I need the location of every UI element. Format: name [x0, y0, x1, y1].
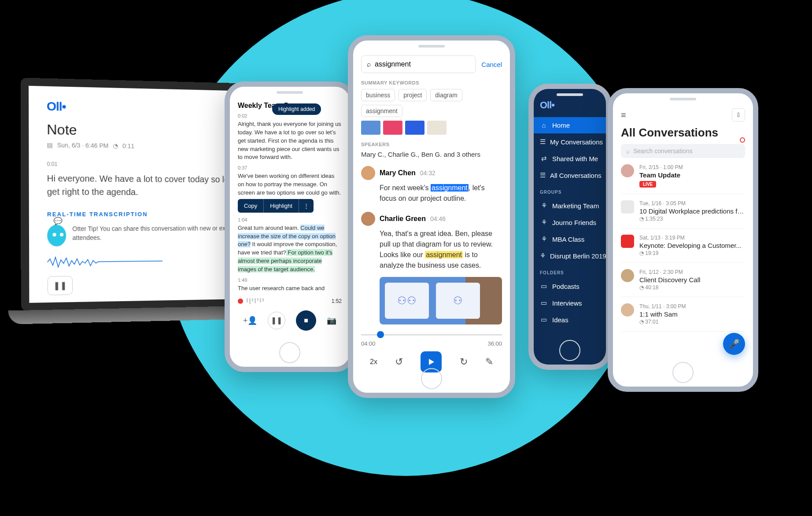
conversation-meta: Tue, 1/16 · 3:05 PM [639, 200, 745, 206]
waveform [47, 253, 245, 270]
phone-transcript: Weekly Team Sync Highlight added 0:02Alr… [225, 81, 355, 372]
conversation-item[interactable]: Fri, 2/15 · 1:00 PMTeam UpdateLIVE [621, 158, 745, 194]
rewind-icon[interactable]: ↺ [395, 356, 403, 368]
conversation-title: Team Update [639, 171, 745, 179]
volume-bars [247, 298, 264, 304]
message-time: 04:32 [420, 170, 436, 177]
conversation-item[interactable]: Thu, 1/11 · 3:00 PM1:1 with Sam◔ 37:01 [621, 297, 745, 332]
speed-button[interactable]: 2x [370, 358, 377, 366]
nav-icon: ☰ [540, 138, 546, 146]
menu-icon[interactable]: ≡ [621, 110, 626, 120]
attached-image[interactable]: ⚇⚇ ⚇ [380, 277, 502, 324]
speakers-list: Mary C., Charlie G., Ben G. and 3 others [361, 151, 502, 158]
message[interactable]: Mary Chen04:32For next week's assignment… [361, 166, 502, 204]
conversation-meta: Fri, 1/12 · 2:30 PM [639, 269, 745, 275]
highlight-tool-icon[interactable]: ✎ [485, 356, 493, 368]
transcript-segment[interactable]: The user research came back and [238, 284, 342, 293]
transcript-segment[interactable]: We've been working on different ideas on… [238, 172, 342, 197]
nav-icon: ▭ [540, 282, 548, 290]
time-end: 36:00 [487, 340, 502, 347]
cancel-button[interactable]: Cancel [481, 61, 502, 68]
note-duration: 0:11 [122, 142, 134, 149]
calendar-icon: ▤ [47, 141, 52, 148]
pause-button[interactable]: ❚❚ [268, 312, 285, 329]
transcript-segment[interactable]: Great turn around team. Could we increas… [238, 224, 342, 274]
avatar [621, 269, 634, 282]
highlight-added-pill: Highlight added [272, 103, 321, 115]
sidebar-item[interactable]: ⌂Home [534, 117, 606, 133]
keyword-chip[interactable]: business [361, 89, 395, 101]
conversation-item[interactable]: Sat, 1/13 · 3:19 PMKeynote: Developing a… [621, 229, 745, 263]
note-body: Hi everyone. We have a lot to cover toda… [47, 172, 244, 199]
conversation-title: Keynote: Developing a Customer... [639, 242, 745, 249]
camera-icon[interactable]: 📷 [327, 316, 336, 325]
conversation-title: Client Discovery Call [639, 276, 745, 284]
page-title: All Conversations [621, 126, 745, 140]
play-button[interactable] [421, 351, 442, 372]
group-item[interactable]: ⚘Journo Friends [534, 214, 606, 231]
group-item[interactable]: ⚘Disrupt Berlin 2019 [534, 247, 606, 264]
conversation-meta: Sat, 1/13 · 3:19 PM [639, 235, 745, 241]
nav-label: Shared with Me [552, 155, 598, 162]
tip-text: Otter Tip! You can share this conversati… [72, 224, 244, 242]
app-logo: Oll• [540, 100, 606, 111]
copy-button[interactable]: Copy [238, 199, 264, 213]
folder-item[interactable]: ▭Interviews [534, 295, 606, 311]
add-person-icon[interactable]: +👤 [243, 316, 258, 325]
search-input[interactable] [375, 60, 470, 68]
nav-icon: ⚘ [540, 202, 548, 210]
sidebar-item[interactable]: ☰My Conversations [534, 133, 606, 150]
message-body: For next week's assignment, let's focus … [380, 183, 502, 204]
phone-sidebar: Oll• ⌂Home☰My Conversations⇄Shared with … [528, 84, 611, 370]
message-body: Yea, that's a great idea. Ben, please pu… [380, 229, 502, 271]
import-icon[interactable]: ⇩ [732, 108, 745, 122]
sidebar-item[interactable]: ⇄Shared with Me [534, 150, 606, 167]
control-row: +👤 ❚❚ ■ 📷 [238, 310, 342, 331]
thumbnail[interactable] [383, 121, 402, 135]
search-box[interactable]: ⌕ [361, 55, 476, 73]
avatar [621, 200, 634, 214]
transcript-segment[interactable]: Alright, thank you everyone for joining … [238, 120, 342, 162]
group-item[interactable]: ⚘MBA Class [534, 231, 606, 247]
conversation-item[interactable]: Tue, 1/16 · 3:05 PM10 Digital Workplace … [621, 194, 745, 229]
realtime-label: REAL-TIME TRANSCRIPTION [47, 211, 244, 217]
nav-label: Ideas [552, 316, 568, 324]
group-item[interactable]: ⚘Marketing Team [534, 197, 606, 214]
folder-item[interactable]: ▭Ideas [534, 311, 606, 328]
speaker-name: Charlie Green [380, 215, 426, 223]
otter-mascot-icon [47, 225, 66, 247]
nav-label: Podcasts [552, 283, 579, 290]
thumbnail[interactable] [361, 121, 380, 135]
keyword-chip[interactable]: assignment [361, 105, 402, 117]
folder-item[interactable]: ▭Podcasts [534, 278, 606, 295]
conversation-item[interactable]: Fri, 1/12 · 2:30 PMClient Discovery Call… [621, 263, 745, 297]
nav-icon: ⚘ [540, 235, 548, 243]
forward-icon[interactable]: ↻ [460, 356, 468, 368]
search-input[interactable]: ⌕ Search conversations [621, 144, 745, 158]
keyword-chip[interactable]: project [399, 89, 427, 101]
avatar [361, 212, 375, 226]
highlight-button[interactable]: Highlight [264, 199, 299, 213]
conversation-duration: ◔ 19:19 [639, 250, 745, 256]
search-icon: ⌕ [367, 60, 371, 68]
keyword-chip[interactable]: diagram [430, 89, 462, 101]
time-start: 04:00 [361, 340, 376, 347]
thumbnail[interactable] [405, 121, 424, 135]
tip-box: Otter Tip! You can share this conversati… [47, 224, 245, 246]
more-icon[interactable]: ⋮ [299, 199, 314, 213]
thumbnail[interactable] [427, 121, 447, 135]
stop-button[interactable]: ■ [296, 310, 316, 331]
selection-popup: CopyHighlight⋮ [238, 199, 314, 213]
sidebar-item[interactable]: ☰All Conversations [534, 167, 606, 184]
avatar [621, 164, 634, 177]
message[interactable]: Charlie Green04:46Yea, that's a great id… [361, 212, 502, 271]
playback-scrubber[interactable] [361, 331, 502, 339]
record-button[interactable]: 🎤 [723, 333, 745, 355]
segment-timestamp: 0:37 [238, 165, 342, 170]
conversation-duration: ◔ 1:35:23 [639, 216, 745, 222]
nav-label: Journo Friends [552, 219, 596, 226]
pause-button[interactable]: ❚❚ [48, 276, 73, 295]
search-icon: ⌕ [626, 147, 630, 155]
search-placeholder: Search conversations [633, 147, 693, 155]
phone-conversations: ≡ ⇩ All Conversations ⌕ Search conversat… [608, 88, 758, 392]
